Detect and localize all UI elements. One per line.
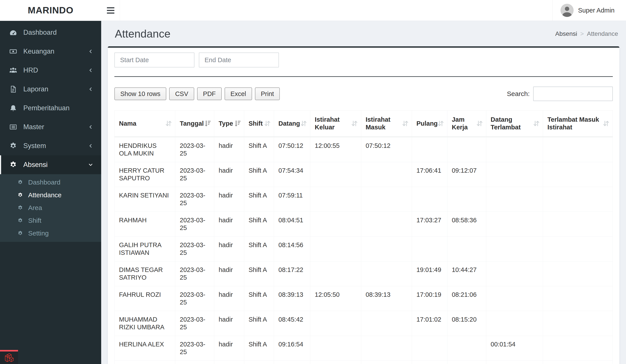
table-row[interactable]: FAHRUL ROZI2023-03-25hadirShift A08:39:1…	[115, 286, 613, 311]
table-cell	[412, 137, 447, 162]
print-button[interactable]: Print	[255, 87, 280, 100]
main-content: Attendance Absensi > Attendance Show 10 …	[101, 21, 626, 364]
table-row[interactable]: HERRY CATUR SAPUTRO2023-03-25hadirShift …	[115, 162, 613, 187]
sort-both-icon	[475, 120, 483, 127]
date-filter-row	[114, 53, 613, 67]
column-header-jam-kerja[interactable]: Jam Kerja	[447, 110, 486, 137]
sidebar-item-dashboard[interactable]: Dashboard	[0, 23, 101, 42]
breadcrumb: Absensi > Attendance	[555, 30, 618, 37]
hamburger-menu-button[interactable]	[101, 0, 120, 21]
sidebar-item-label: Laporan	[23, 85, 82, 93]
table-cell: 2023-03-25	[175, 162, 214, 187]
gear-icon	[17, 179, 23, 185]
chevron-left-icon	[87, 143, 94, 149]
sidebar-item-absensi[interactable]: Absensi	[0, 155, 101, 174]
table-cell	[486, 187, 543, 212]
sidebar-subitem-attendance[interactable]: Attendance	[0, 189, 101, 201]
sort-desc-icon	[203, 120, 211, 127]
end-date-input[interactable]	[199, 53, 279, 67]
table-cell: 2023-03-25	[175, 137, 214, 162]
sidebar-subitem-dashboard[interactable]: Dashboard	[0, 176, 101, 189]
column-header-istirahat-masuk[interactable]: Istirahat Masuk	[361, 110, 412, 137]
table-cell: hadir	[214, 286, 244, 311]
table-header: NamaTanggalTypeShiftDatangIstirahat Kelu…	[115, 110, 613, 137]
list-icon	[9, 123, 18, 131]
sort-both-icon	[351, 120, 358, 127]
table-cell	[310, 361, 361, 364]
table-cell	[543, 137, 613, 162]
column-header-istirahat-keluar[interactable]: Istirahat Keluar	[310, 110, 361, 137]
table-row[interactable]: DIMAS TEGAR SATRIYO2023-03-25hadirShift …	[115, 262, 613, 286]
table-row[interactable]: HENDRIKUS OLA MUKIN2023-03-25hadirShift …	[115, 137, 613, 162]
sort-desc-icon	[233, 120, 241, 127]
sidebar-item-hrd[interactable]: HRD	[0, 61, 101, 80]
csv-button[interactable]: CSV	[169, 87, 194, 100]
sidebar-item-label: Absensi	[23, 161, 82, 169]
table-cell	[447, 137, 486, 162]
table-cell	[310, 262, 361, 286]
sidebar-subitem-shift[interactable]: Shift	[0, 214, 101, 227]
table-cell	[361, 311, 412, 336]
breadcrumb-item-absensi[interactable]: Absensi	[555, 30, 577, 37]
sidebar-item-system[interactable]: System	[0, 136, 101, 155]
table-row[interactable]: MUHAMMAD RIZKI UMBARA2023-03-25hadirShif…	[115, 311, 613, 336]
chevron-left-icon	[87, 67, 94, 73]
table-cell: 2023-03-25	[175, 187, 214, 212]
table-row[interactable]: HERLINA ALEX2023-03-25hadirShift A09:16:…	[115, 336, 613, 361]
column-header-datang[interactable]: Datang	[274, 110, 310, 137]
table-cell: 08:21:06	[447, 286, 486, 311]
laravel-debugbar-toggle[interactable]	[0, 350, 18, 364]
table-cell	[361, 187, 412, 212]
column-header-terlambat-masuk-istirahat[interactable]: Terlambat Masuk Istirahat	[543, 110, 613, 137]
search-input[interactable]	[533, 87, 613, 101]
page-title: Attendance	[115, 28, 170, 40]
table-cell: Shift A	[244, 137, 274, 162]
table-row[interactable]: KARIN SETIYANI2023-03-25hadirShift A07:5…	[115, 187, 613, 212]
sidebar-item-laporan[interactable]: Laporan	[0, 80, 101, 99]
table-row[interactable]: RAHMAH2023-03-25hadirShift A08:04:5117:0…	[115, 212, 613, 237]
table-cell: 09:16:54	[274, 336, 310, 361]
show-10-rows-button[interactable]: Show 10 rows	[114, 87, 166, 100]
column-header-pulang[interactable]: Pulang	[412, 110, 447, 137]
table-cell: Shift A	[244, 262, 274, 286]
user-menu[interactable]: Super Admin	[552, 0, 626, 21]
sidebar-subitem-area[interactable]: Area	[0, 201, 101, 214]
gear-icon	[9, 161, 18, 169]
sidebar-subitem-label: Setting	[28, 230, 49, 237]
brand-logo[interactable]: MARINDO	[0, 0, 101, 21]
sidebar-item-master[interactable]: Master	[0, 118, 101, 136]
excel-button[interactable]: Excel	[225, 87, 252, 100]
column-header-shift[interactable]: Shift	[244, 110, 274, 137]
search-box: Search:	[507, 87, 613, 101]
column-header-tanggal[interactable]: Tanggal	[175, 110, 214, 137]
sidebar-item-pemberitahuan[interactable]: Pemberitahuan	[0, 99, 101, 118]
sidebar-item-label: System	[23, 142, 82, 150]
sidebar-item-keuangan[interactable]: Keuangan	[0, 42, 101, 61]
column-header-type[interactable]: Type	[214, 110, 244, 137]
sidebar-subitem-label: Shift	[28, 217, 41, 224]
table-cell: 08:14:56	[274, 237, 310, 262]
column-header-nama[interactable]: Nama	[115, 110, 175, 137]
table-cell: RAHMAH	[115, 212, 175, 237]
table-cell	[361, 336, 412, 361]
pdf-button[interactable]: PDF	[197, 87, 222, 100]
table-cell: 2023-03-25	[175, 336, 214, 361]
sidebar-item-label: Dashboard	[23, 29, 94, 36]
column-header-datang-terlambat[interactable]: Datang Terlambat	[486, 110, 543, 137]
sidebar-menu: Dashboard Keuangan HRD Laporan Pemberita…	[0, 23, 101, 242]
table-row[interactable]: GALIH PUTRA ISTIAWAN2023-03-25hadirShift…	[115, 237, 613, 262]
table-cell: hadir	[214, 311, 244, 336]
table-cell: 07:59:11	[274, 187, 310, 212]
users-icon	[9, 66, 18, 74]
table-cell	[412, 187, 447, 212]
table-cell: Shift A	[244, 361, 274, 364]
table-row[interactable]: ERNI WAHDIANA2023-03-25hadirShift A09:17…	[115, 361, 613, 364]
table-cell: 08:17:22	[274, 262, 310, 286]
content-header: Attendance Absensi > Attendance	[101, 21, 626, 46]
table-cell: Shift A	[244, 237, 274, 262]
table-cell: hadir	[214, 187, 244, 212]
table-cell: 2023-03-25	[175, 212, 214, 237]
table-cell	[361, 237, 412, 262]
sidebar-subitem-setting[interactable]: Setting	[0, 227, 101, 240]
start-date-input[interactable]	[114, 53, 195, 67]
